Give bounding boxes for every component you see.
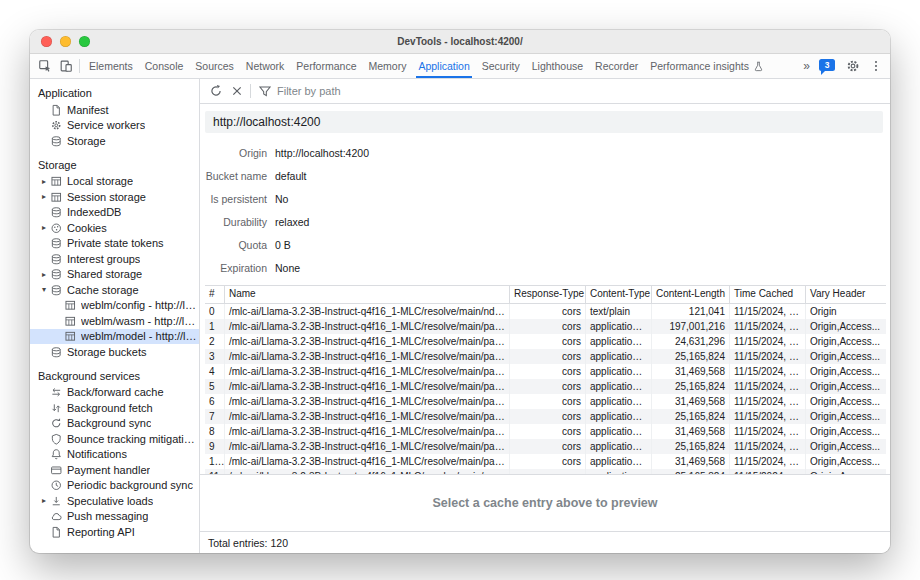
filter-input[interactable]: [277, 85, 477, 97]
sidebar-item-interest-groups[interactable]: Interest groups: [30, 251, 199, 267]
sidebar-item-weblm-config-http-loc[interactable]: weblm/config - http://loc...: [30, 298, 199, 314]
column-header-time-cached[interactable]: Time Cached: [730, 286, 806, 303]
cache-entry-row[interactable]: 1/mlc-ai/Llama-3.2-3B-Instruct-q4f16_1-M…: [205, 319, 886, 334]
cell-response-type: cors: [510, 454, 586, 469]
cell-content-length: 31,469,568: [652, 454, 730, 469]
chevron-right-icon[interactable]: ▸: [38, 496, 50, 505]
delete-selected-icon[interactable]: [226, 81, 247, 102]
sidebar-item-reporting-api[interactable]: Reporting API: [30, 524, 199, 540]
minimize-window-button[interactable]: [60, 36, 71, 47]
sidebar-section-application: Application: [30, 84, 199, 102]
sidebar-item-label: Payment handler: [67, 464, 150, 476]
cache-entry-row[interactable]: 4/mlc-ai/Llama-3.2-3B-Instruct-q4f16_1-M…: [205, 364, 886, 379]
column-header-vary-header[interactable]: Vary Header: [806, 286, 886, 303]
cell-content-type: application/oc...: [586, 454, 652, 469]
cell-vary-header: Origin,Access...: [806, 349, 886, 364]
sidebar-item-cache-storage[interactable]: ▾Cache storage: [30, 282, 199, 298]
chevron-right-icon[interactable]: ▸: [38, 223, 50, 232]
cache-entry-row[interactable]: 2/mlc-ai/Llama-3.2-3B-Instruct-q4f16_1-M…: [205, 334, 886, 349]
cache-entry-row[interactable]: 3/mlc-ai/Llama-3.2-3B-Instruct-q4f16_1-M…: [205, 349, 886, 364]
sidebar-item-service-workers[interactable]: Service workers: [30, 118, 199, 134]
sidebar-section-storage: Storage: [30, 156, 199, 174]
sidebar-item-weblm-model-http-loc[interactable]: weblm/model - http://loc...: [30, 329, 199, 345]
cell-content-length: 197,001,216: [652, 319, 730, 334]
column-header-[interactable]: #: [205, 286, 225, 303]
sidebar-item-label: Storage buckets: [67, 346, 147, 358]
meta-label: Durability: [205, 216, 267, 228]
sidebar-item-label: IndexedDB: [67, 206, 121, 218]
tab-sources[interactable]: Sources: [189, 54, 240, 78]
sidebar-item-indexeddb[interactable]: IndexedDB: [30, 205, 199, 221]
sidebar-item-local-storage[interactable]: ▸Local storage: [30, 174, 199, 190]
sidebar-item-payment-handler[interactable]: Payment handler: [30, 462, 199, 478]
column-header-content-length[interactable]: Content-Length: [652, 286, 730, 303]
cell-content-length: 25,165,824: [652, 409, 730, 424]
sidebar-item-background-sync[interactable]: Background sync: [30, 416, 199, 432]
sidebar-item-private-state-tokens[interactable]: Private state tokens: [30, 236, 199, 252]
tab-performance-insights[interactable]: Performance insights: [644, 54, 770, 78]
column-header-content-type[interactable]: Content-Type: [586, 286, 652, 303]
cache-entry-row[interactable]: 6/mlc-ai/Llama-3.2-3B-Instruct-q4f16_1-M…: [205, 394, 886, 409]
chevron-right-icon[interactable]: ▸: [38, 192, 50, 201]
tab-recorder[interactable]: Recorder: [589, 54, 644, 78]
settings-gear-icon[interactable]: [842, 56, 863, 77]
devtools-window: DevTools - localhost:4200/ ElementsConso…: [30, 30, 890, 553]
tab-label: Performance: [296, 60, 356, 72]
sidebar-item-storage[interactable]: Storage: [30, 133, 199, 149]
sidebar-item-bounce-tracking-mitigations[interactable]: Bounce tracking mitigations: [30, 431, 199, 447]
zoom-window-button[interactable]: [79, 36, 90, 47]
device-toolbar-icon[interactable]: [55, 56, 76, 77]
tab-security[interactable]: Security: [476, 54, 526, 78]
sidebar-item-session-storage[interactable]: ▸Session storage: [30, 189, 199, 205]
refresh-icon[interactable]: [205, 81, 226, 102]
tab-application[interactable]: Application: [412, 54, 475, 78]
cache-entries-grid: #NameResponse-TypeContent-TypeContent-Le…: [205, 285, 886, 474]
chevron-down-icon[interactable]: ▾: [38, 285, 50, 294]
chevron-right-icon[interactable]: ▸: [38, 270, 50, 279]
sidebar-item-storage-buckets[interactable]: Storage buckets: [30, 344, 199, 360]
tab-lighthouse[interactable]: Lighthouse: [526, 54, 589, 78]
column-header-name[interactable]: Name: [225, 286, 510, 303]
tab-elements[interactable]: Elements: [83, 54, 139, 78]
cache-entry-row[interactable]: 10/mlc-ai/Llama-3.2-3B-Instruct-q4f16_1-…: [205, 454, 886, 469]
cell-content-length: 31,469,568: [652, 394, 730, 409]
sidebar-item-shared-storage[interactable]: ▸Shared storage: [30, 267, 199, 283]
tab-console[interactable]: Console: [139, 54, 190, 78]
sidebar-item-speculative-loads[interactable]: ▸Speculative loads: [30, 493, 199, 509]
inspect-element-icon[interactable]: [34, 56, 55, 77]
tab-label: Sources: [195, 60, 234, 72]
sidebar-item-background-fetch[interactable]: Background fetch: [30, 400, 199, 416]
close-window-button[interactable]: [41, 36, 52, 47]
sidebar-item-back-forward-cache[interactable]: Back/forward cache: [30, 385, 199, 401]
meta-row-durability: Durabilityrelaxed: [205, 210, 890, 233]
cache-metadata: Originhttp://localhost:4200Bucket namede…: [205, 141, 890, 279]
tab-network[interactable]: Network: [240, 54, 291, 78]
sidebar-item-push-messaging[interactable]: Push messaging: [30, 509, 199, 525]
database-icon: [50, 135, 67, 148]
tab-performance[interactable]: Performance: [290, 54, 362, 78]
console-messages-badge[interactable]: 3: [819, 59, 835, 71]
sidebar-item-periodic-background-sync[interactable]: Periodic background sync: [30, 478, 199, 494]
sidebar-item-label: Cache storage: [67, 284, 139, 296]
kebab-menu-icon[interactable]: [865, 56, 886, 77]
sidebar-item-weblm-wasm-http-loca[interactable]: weblm/wasm - http://loca...: [30, 313, 199, 329]
cell-time-cached: 11/15/2024, 10...: [730, 304, 806, 319]
cache-entry-row[interactable]: 5/mlc-ai/Llama-3.2-3B-Instruct-q4f16_1-M…: [205, 379, 886, 394]
back-forward-icon: [50, 386, 67, 399]
tab-memory[interactable]: Memory: [362, 54, 412, 78]
cell-response-type: cors: [510, 439, 586, 454]
database-icon: [50, 253, 67, 266]
sidebar-item-manifest[interactable]: Manifest: [30, 102, 199, 118]
sidebar-item-notifications[interactable]: Notifications: [30, 447, 199, 463]
cache-entry-row[interactable]: 8/mlc-ai/Llama-3.2-3B-Instruct-q4f16_1-M…: [205, 424, 886, 439]
cache-entry-row[interactable]: 0/mlc-ai/Llama-3.2-3B-Instruct-q4f16_1-M…: [205, 304, 886, 319]
sidebar-item-cookies[interactable]: ▸Cookies: [30, 220, 199, 236]
cell-vary-header: Origin,Access...: [806, 379, 886, 394]
sync-icon: [50, 417, 67, 430]
console-messages-count: 3: [825, 60, 830, 70]
cache-entry-row[interactable]: 9/mlc-ai/Llama-3.2-3B-Instruct-q4f16_1-M…: [205, 439, 886, 454]
cache-entry-row[interactable]: 7/mlc-ai/Llama-3.2-3B-Instruct-q4f16_1-M…: [205, 409, 886, 424]
column-header-response-type[interactable]: Response-Type: [510, 286, 586, 303]
more-tabs-chevron-icon[interactable]: »: [799, 59, 814, 73]
chevron-right-icon[interactable]: ▸: [38, 177, 50, 186]
